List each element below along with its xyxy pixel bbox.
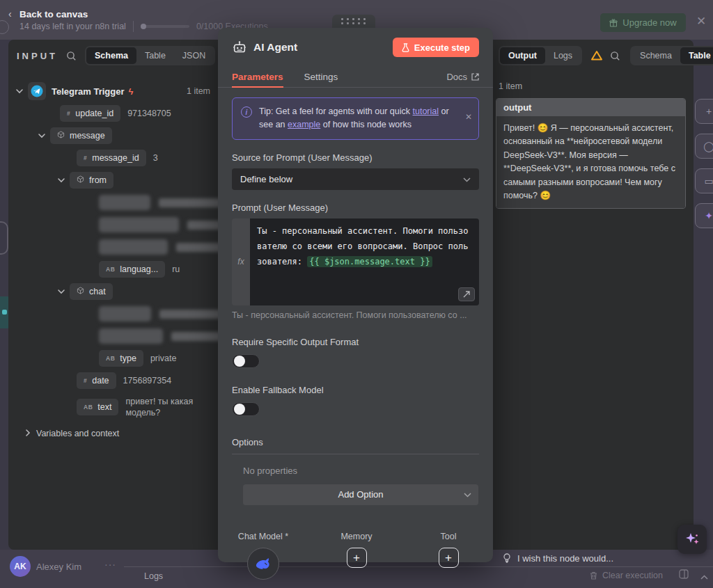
chevron-up-icon[interactable] <box>700 570 708 582</box>
tree-row-message_id[interactable]: #message_id3 <box>8 147 221 169</box>
prompt-label: Prompt (User Message) <box>232 202 479 213</box>
output-column-header[interactable]: output <box>496 99 685 116</box>
ndv-drag-handle[interactable] <box>332 15 375 29</box>
field-pill[interactable]: from <box>70 172 113 189</box>
toggle-off[interactable] <box>232 354 260 368</box>
example-link[interactable]: example <box>288 120 320 129</box>
source-prompt-select[interactable]: Define below <box>232 168 479 190</box>
close-icon[interactable]: ✕ <box>696 15 706 27</box>
canvas-collapsed-panel-handle[interactable] <box>0 221 8 255</box>
user-menu-icon[interactable]: ··· <box>104 559 116 570</box>
output-view-tabs: OutputLogs <box>499 46 582 65</box>
field-pill[interactable]: #date <box>77 372 116 389</box>
card-icon[interactable]: ▭ <box>695 168 713 193</box>
tab-json[interactable]: JSON <box>174 47 214 64</box>
clear-execution-button[interactable]: Clear execution <box>590 571 663 580</box>
prompt-expression: {{ $json.message.text }} <box>307 256 432 267</box>
tab-schema[interactable]: Schema <box>632 47 680 64</box>
tab-table[interactable]: Table <box>680 47 713 64</box>
tree-row-languag[interactable]: ABlanguag...ru <box>8 258 221 280</box>
tree-row-redacted[interactable] <box>8 191 221 214</box>
variables-and-context-toggle[interactable]: Variables and context <box>8 422 221 445</box>
back-label[interactable]: Back to canvas <box>19 9 88 19</box>
tree-row-from[interactable]: from <box>8 169 221 191</box>
warning-icon[interactable] <box>590 50 603 61</box>
tree-row-message[interactable]: message <box>8 125 221 147</box>
ai-agent-modal: AI Agent Execute step Parameters Setting… <box>218 28 493 562</box>
deepseek-whale-icon[interactable] <box>247 548 279 580</box>
tutorial-link[interactable]: tutorial <box>412 106 439 116</box>
logs-panel-label[interactable]: Logs <box>144 571 163 581</box>
string-icon: AB <box>106 266 115 273</box>
tab-parameters[interactable]: Parameters <box>232 67 283 87</box>
field-pill[interactable]: message <box>50 127 112 144</box>
redacted-value <box>159 198 221 207</box>
field-pill[interactable]: ABtype <box>99 350 143 367</box>
fx-icon: fx <box>232 218 250 305</box>
open-logs-icon[interactable] <box>679 569 689 582</box>
sparkle-icon[interactable]: ✦ <box>695 203 713 228</box>
plus-icon[interactable]: + <box>439 548 459 568</box>
connector-label: Chat Model * <box>238 532 288 541</box>
tab-table[interactable]: Table <box>136 47 174 64</box>
tip-close-icon[interactable]: ✕ <box>465 112 472 122</box>
field-pill[interactable]: #message_id <box>77 150 146 166</box>
prompt-expression-editor[interactable]: fx Ты - персональный ассистент. Помоги п… <box>232 218 479 305</box>
tree-row-redacted[interactable] <box>8 236 221 258</box>
redacted-field <box>99 328 163 344</box>
field-pill[interactable]: chat <box>70 283 113 300</box>
tab-settings[interactable]: Settings <box>304 67 338 87</box>
options-header: Options <box>232 437 479 454</box>
tree-row-trigger-node[interactable]: Telegram Triggerϟ1 item <box>8 80 221 102</box>
back-to-canvas-button[interactable]: ‹ Back to canvas <box>19 8 88 20</box>
ai-assistant-button[interactable] <box>677 525 707 554</box>
circle-icon[interactable]: ◯ <box>695 134 713 159</box>
tab-logs[interactable]: Logs <box>545 47 581 64</box>
field-value: привет! ты какая модель? <box>125 396 221 419</box>
chevron-down-icon[interactable] <box>57 289 70 294</box>
chevron-down-icon[interactable] <box>38 133 50 138</box>
telegram-icon <box>28 82 46 100</box>
redacted-value <box>171 332 221 341</box>
field-pill[interactable]: ABlanguag... <box>99 261 165 278</box>
connector-chat-model--: Chat Model * <box>225 532 301 580</box>
tree-row-update_id[interactable]: #update_id971348705 <box>8 102 221 125</box>
tree-row-text[interactable]: ABtextпривет! ты какая модель? <box>8 392 221 422</box>
tree-row-redacted[interactable] <box>8 214 221 236</box>
tab-output[interactable]: Output <box>500 47 545 64</box>
connector-memory: Memory+ <box>318 532 395 568</box>
execute-step-button[interactable]: Execute step <box>393 38 479 57</box>
upgrade-now-button[interactable]: Upgrade now <box>600 13 686 32</box>
wish-feedback-button[interactable]: I wish this node would... <box>503 553 613 564</box>
chevron-down-icon[interactable] <box>15 88 28 94</box>
tree-row-date[interactable]: #date1756897354 <box>8 370 221 392</box>
open-expression-editor-icon[interactable] <box>458 287 475 301</box>
sparkle-icon <box>683 530 701 548</box>
plus-icon[interactable]: + <box>695 99 713 124</box>
string-icon: AB <box>84 404 93 411</box>
tree-row-type[interactable]: ABtypeprivate <box>8 347 221 370</box>
chevron-down-icon[interactable] <box>57 177 70 183</box>
redacted-field <box>99 217 179 232</box>
plus-icon[interactable]: + <box>347 548 367 568</box>
field-pill[interactable]: ABtext <box>77 399 118 415</box>
prompt-code[interactable]: Ты - персональный ассистент. Помоги поль… <box>250 218 479 305</box>
output-format-tabs: SchemaTable <box>630 46 713 65</box>
docs-link[interactable]: Docs <box>446 72 479 82</box>
field-value: 1756897354 <box>123 375 172 386</box>
tree-row-redacted[interactable] <box>8 303 221 325</box>
avatar[interactable]: AK <box>10 556 31 577</box>
search-icon[interactable] <box>66 51 77 61</box>
object-icon <box>77 175 84 185</box>
redacted-value <box>187 221 221 230</box>
external-link-icon <box>471 73 479 81</box>
tree-row-chat[interactable]: chat <box>8 280 221 303</box>
tree-row-redacted[interactable] <box>8 325 221 347</box>
node-title: AI Agent <box>253 41 393 54</box>
field-pill[interactable]: #update_id <box>60 105 120 122</box>
tab-schema[interactable]: Schema <box>86 47 136 64</box>
toggle-off[interactable] <box>232 402 260 416</box>
input-view-tabs: SchemaTableJSON <box>85 46 215 65</box>
search-icon[interactable] <box>610 51 620 61</box>
add-option-button[interactable]: Add Option <box>243 484 478 505</box>
